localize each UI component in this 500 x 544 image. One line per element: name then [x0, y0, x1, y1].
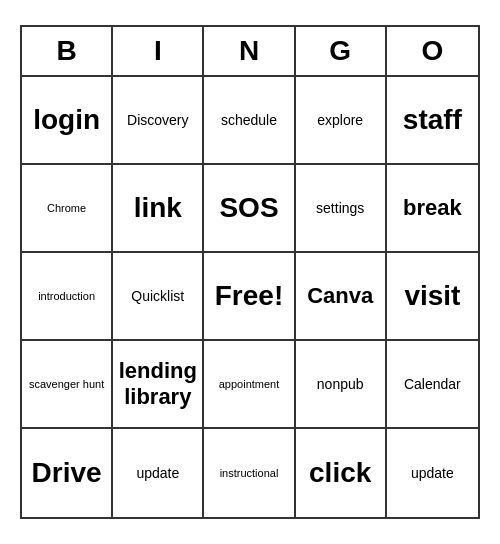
- bingo-cell: update: [387, 429, 478, 517]
- cell-text: settings: [316, 200, 364, 216]
- cell-text: lending library: [117, 358, 198, 410]
- bingo-cell: login: [22, 77, 113, 165]
- bingo-cell: Quicklist: [113, 253, 204, 341]
- cell-text: introduction: [38, 290, 95, 302]
- cell-text: update: [136, 465, 179, 481]
- header-letter: B: [22, 27, 113, 75]
- bingo-cell: visit: [387, 253, 478, 341]
- bingo-cell: lending library: [113, 341, 204, 429]
- bingo-cell: settings: [296, 165, 387, 253]
- bingo-cell: schedule: [204, 77, 295, 165]
- cell-text: nonpub: [317, 376, 364, 392]
- bingo-cell: Drive: [22, 429, 113, 517]
- cell-text: schedule: [221, 112, 277, 128]
- bingo-cell: instructional: [204, 429, 295, 517]
- cell-text: Calendar: [404, 376, 461, 392]
- bingo-cell: Chrome: [22, 165, 113, 253]
- header-letter: G: [296, 27, 387, 75]
- bingo-cell: introduction: [22, 253, 113, 341]
- header-letter: O: [387, 27, 478, 75]
- cell-text: instructional: [220, 467, 279, 479]
- bingo-cell: Discovery: [113, 77, 204, 165]
- bingo-header: BINGO: [22, 27, 478, 77]
- bingo-cell: nonpub: [296, 341, 387, 429]
- cell-text: scavenger hunt: [29, 378, 104, 390]
- bingo-card: BINGO loginDiscoveryscheduleexplorestaff…: [20, 25, 480, 519]
- bingo-cell: break: [387, 165, 478, 253]
- header-letter: I: [113, 27, 204, 75]
- cell-text: staff: [403, 104, 462, 136]
- header-letter: N: [204, 27, 295, 75]
- cell-text: appointment: [219, 378, 280, 390]
- bingo-cell: Calendar: [387, 341, 478, 429]
- bingo-cell: SOS: [204, 165, 295, 253]
- cell-text: Chrome: [47, 202, 86, 214]
- bingo-cell: Free!: [204, 253, 295, 341]
- cell-text: Quicklist: [131, 288, 184, 304]
- bingo-cell: appointment: [204, 341, 295, 429]
- cell-text: update: [411, 465, 454, 481]
- bingo-cell: scavenger hunt: [22, 341, 113, 429]
- bingo-cell: staff: [387, 77, 478, 165]
- bingo-grid: loginDiscoveryscheduleexplorestaffChrome…: [22, 77, 478, 517]
- bingo-cell: click: [296, 429, 387, 517]
- bingo-cell: Canva: [296, 253, 387, 341]
- cell-text: Drive: [32, 457, 102, 489]
- cell-text: break: [403, 195, 462, 221]
- bingo-cell: explore: [296, 77, 387, 165]
- cell-text: visit: [404, 280, 460, 312]
- cell-text: Free!: [215, 280, 283, 312]
- cell-text: SOS: [219, 192, 278, 224]
- cell-text: click: [309, 457, 371, 489]
- cell-text: Canva: [307, 283, 373, 309]
- cell-text: link: [134, 192, 182, 224]
- cell-text: login: [33, 104, 100, 136]
- bingo-cell: update: [113, 429, 204, 517]
- cell-text: Discovery: [127, 112, 188, 128]
- bingo-cell: link: [113, 165, 204, 253]
- cell-text: explore: [317, 112, 363, 128]
